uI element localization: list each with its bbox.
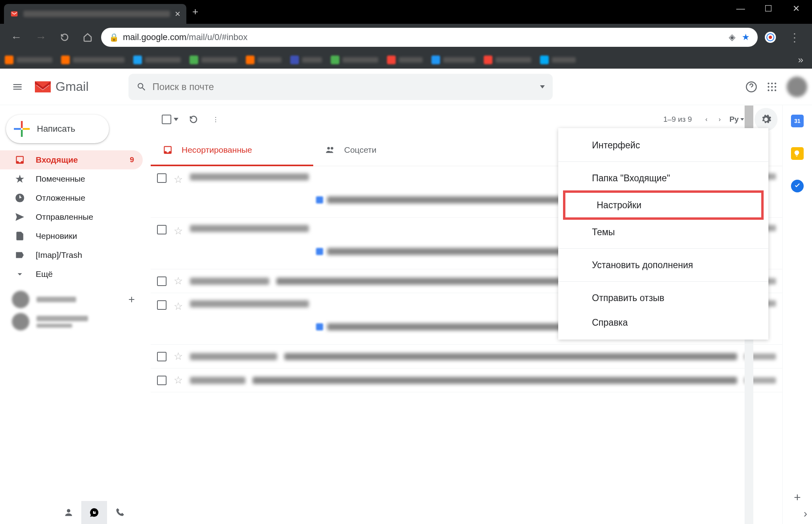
svg-point-9 xyxy=(768,89,769,91)
gmail-logo[interactable]: Gmail xyxy=(33,79,89,94)
settings-menu-addons[interactable]: Установить дополнения xyxy=(558,253,768,277)
email-checkbox[interactable] xyxy=(157,173,167,183)
hangouts-chat-button[interactable] xyxy=(81,501,107,524)
email-checkbox[interactable] xyxy=(157,225,167,234)
refresh-button[interactable] xyxy=(182,110,205,129)
compose-button[interactable]: Написать xyxy=(6,115,109,143)
email-row[interactable]: ☆ xyxy=(151,369,782,392)
sidebar-item-starred[interactable]: Помеченные xyxy=(0,169,143,188)
email-checkbox[interactable] xyxy=(157,300,167,310)
hangouts-contact[interactable] xyxy=(0,313,151,330)
gmail-logo-icon xyxy=(33,80,52,94)
sidebar-item-more[interactable]: Ещё xyxy=(0,265,143,284)
search-input[interactable] xyxy=(153,81,534,92)
inbox-count: 9 xyxy=(130,155,134,164)
calendar-app-button[interactable]: 31 xyxy=(791,115,804,127)
email-checkbox[interactable] xyxy=(157,276,167,286)
side-panel-toggle-icon[interactable]: › xyxy=(804,507,807,520)
bookmark-item[interactable] xyxy=(431,56,475,64)
tasks-app-button[interactable] xyxy=(791,180,804,192)
forward-button[interactable]: → xyxy=(31,31,51,44)
settings-menu-settings[interactable]: Настройки xyxy=(565,193,761,217)
keep-app-button[interactable] xyxy=(791,147,804,160)
email-star-icon[interactable]: ☆ xyxy=(174,173,183,186)
bookmark-item[interactable] xyxy=(484,56,531,64)
reload-button[interactable] xyxy=(55,33,74,42)
select-all-checkbox[interactable] xyxy=(159,111,182,127)
bookmark-item[interactable] xyxy=(290,56,322,64)
settings-menu-inbox[interactable]: Папка "Входящие" xyxy=(558,166,768,190)
send-icon xyxy=(14,211,25,223)
bookmark-star-icon[interactable]: ★ xyxy=(742,32,750,42)
hangouts-user-row[interactable]: + xyxy=(0,291,151,308)
svg-point-14 xyxy=(327,147,330,150)
tab-social[interactable]: Соцсети xyxy=(313,134,388,166)
email-checkbox[interactable] xyxy=(157,376,167,385)
window-maximize-button[interactable]: ☐ xyxy=(760,4,776,14)
sidebar-item-sent[interactable]: Отправленные xyxy=(0,207,143,226)
email-checkbox[interactable] xyxy=(157,352,167,361)
bookmark-item[interactable] xyxy=(61,56,124,64)
bookmark-item[interactable] xyxy=(5,56,52,64)
email-row[interactable]: ☆ xyxy=(151,345,782,369)
settings-menu-density[interactable]: Интерфейс xyxy=(558,133,768,157)
bookmark-item[interactable] xyxy=(190,56,237,64)
translate-icon[interactable]: ◈ xyxy=(729,32,735,42)
bookmark-item[interactable] xyxy=(540,56,576,64)
browser-menu-button[interactable]: ⋮ xyxy=(783,31,806,44)
account-avatar[interactable] xyxy=(787,77,807,97)
add-app-button[interactable]: + xyxy=(794,491,801,524)
compose-label: Написать xyxy=(37,124,75,134)
sidebar-item-trash[interactable]: [Imap]/Trash xyxy=(0,246,143,265)
home-button[interactable] xyxy=(78,33,97,42)
prev-page-button[interactable]: ‹ xyxy=(700,111,713,128)
svg-point-13 xyxy=(67,509,70,512)
apps-button[interactable] xyxy=(762,77,782,97)
help-button[interactable] xyxy=(741,76,762,98)
bookmark-item[interactable] xyxy=(133,56,181,64)
search-dropdown-icon[interactable] xyxy=(540,85,545,88)
lock-icon: 🔒 xyxy=(109,33,119,42)
sidebar-item-drafts[interactable]: Черновики xyxy=(0,226,143,246)
svg-point-4 xyxy=(771,83,773,84)
email-star-icon[interactable]: ☆ xyxy=(174,275,183,287)
settings-menu-help[interactable]: Справка xyxy=(558,310,768,335)
bookmarks-overflow-button[interactable]: » xyxy=(798,54,807,65)
new-tab-button[interactable]: + xyxy=(192,6,198,24)
email-star-icon[interactable]: ☆ xyxy=(174,300,183,313)
settings-menu-feedback[interactable]: Отправить отзыв xyxy=(558,286,768,310)
svg-point-8 xyxy=(775,86,776,87)
bookmark-item[interactable] xyxy=(331,56,378,64)
gmail-header: Gmail xyxy=(0,69,812,105)
more-actions-button[interactable]: ⋮ xyxy=(205,111,226,128)
search-bar[interactable] xyxy=(128,74,553,100)
back-button[interactable]: ← xyxy=(6,31,27,44)
window-close-button[interactable]: ✕ xyxy=(788,4,804,14)
settings-menu-themes[interactable]: Темы xyxy=(558,220,768,244)
hangouts-add-button[interactable]: + xyxy=(128,293,135,306)
svg-point-11 xyxy=(775,89,776,91)
address-bar[interactable]: 🔒 mail.google.com/mail/u/0/#inbox ◈ ★ xyxy=(101,28,758,47)
people-icon xyxy=(325,145,335,155)
svg-point-3 xyxy=(768,83,769,84)
email-star-icon[interactable]: ☆ xyxy=(174,225,183,237)
email-star-icon[interactable]: ☆ xyxy=(174,350,183,363)
hangouts-phone-button[interactable] xyxy=(107,501,133,524)
bookmark-item[interactable] xyxy=(387,56,423,64)
url-text: mail.google.com/mail/u/0/#inbox xyxy=(123,32,722,42)
window-minimize-button[interactable]: — xyxy=(733,4,749,14)
main-menu-button[interactable] xyxy=(5,77,30,97)
input-tool-button[interactable]: Ру xyxy=(726,112,747,127)
tab-primary[interactable]: Несортированные xyxy=(151,134,313,166)
extension-icon[interactable] xyxy=(765,32,776,43)
file-icon xyxy=(14,230,25,242)
hangouts-contacts-button[interactable] xyxy=(56,501,81,524)
browser-tab[interactable]: × xyxy=(4,4,186,24)
email-star-icon[interactable]: ☆ xyxy=(174,374,183,386)
next-page-button[interactable]: › xyxy=(713,111,726,128)
sidebar-item-snoozed[interactable]: Отложенные xyxy=(0,188,143,207)
bookmark-item[interactable] xyxy=(246,56,282,64)
settings-gear-button[interactable] xyxy=(755,108,778,131)
tab-close-button[interactable]: × xyxy=(175,8,180,19)
sidebar-item-inbox[interactable]: Входящие 9 xyxy=(0,150,143,169)
